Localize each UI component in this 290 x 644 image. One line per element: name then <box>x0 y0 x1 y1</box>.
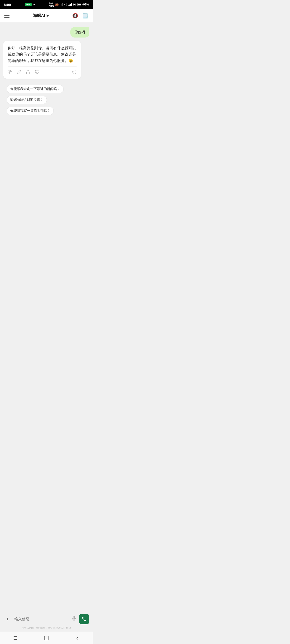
save-button[interactable]: 🗒️ <box>82 12 88 19</box>
ai-message-text: 你好！很高兴见到你。请问有什么我可以帮助你的吗？无论是需要信息、建议还是简单的聊… <box>8 45 77 64</box>
data-speed: 13.0KB/s <box>49 2 54 7</box>
soul-app-icon: Soul <box>25 3 32 6</box>
suggestion-chip-2[interactable]: 海螺AI能识别图片吗？ <box>7 96 47 104</box>
suggestion-chip-1[interactable]: 你能帮我查询一下最近的新闻吗？ <box>7 85 64 93</box>
user-bubble: 你好呀 <box>70 27 89 38</box>
chat-title: 海螺AI <box>33 13 45 18</box>
status-bar: 8:09 Soul ··· 13.0KB/s 🔕 4G 5G 99% <box>0 0 93 9</box>
4g-label: 4G <box>64 3 67 6</box>
ai-card: 你好！很高兴见到你。请问有什么我可以帮助你的吗？无论是需要信息、建议还是简单的聊… <box>3 41 81 78</box>
more-apps-icon: ··· <box>33 3 35 6</box>
dislike-icon[interactable] <box>35 70 40 76</box>
status-icons: Soul ··· <box>25 3 35 6</box>
header-left[interactable] <box>4 14 10 18</box>
ai-message-row: 你好！很高兴见到你。请问有什么我可以帮助你的吗？无论是需要信息、建议还是简单的聊… <box>3 41 89 78</box>
5g-signal <box>69 3 72 6</box>
battery-percent: 99% <box>83 3 89 6</box>
chat-area: 你好呀 你好！很高兴见到你。请问有什么我可以帮助你的吗？无论是需要信息、建议还是… <box>0 22 93 165</box>
mute-icon: 🔕 <box>55 3 59 6</box>
svg-marker-2 <box>72 71 74 74</box>
play-icon[interactable] <box>47 14 49 17</box>
header-center: 海螺AI <box>33 13 49 18</box>
5g-label: 5G <box>73 3 76 6</box>
ai-actions-row <box>8 69 77 76</box>
header-right: 🔇 🗒️ <box>72 12 88 19</box>
battery-icon <box>77 3 82 6</box>
status-left: 8:09 <box>4 2 11 7</box>
user-message-row: 你好呀 <box>3 27 89 38</box>
copy-icon[interactable] <box>8 70 12 76</box>
mute-button[interactable]: 🔇 <box>72 13 78 18</box>
suggestions-area: 你能帮我查询一下最近的新闻吗？ 海螺AI能识别图片吗？ 你能帮我写一首藏头诗吗？ <box>3 82 89 115</box>
tts-icon[interactable] <box>72 70 77 76</box>
hamburger-menu[interactable] <box>4 14 10 18</box>
edit-icon[interactable] <box>17 70 22 76</box>
status-time: 8:09 <box>4 2 11 7</box>
suggestion-chip-3[interactable]: 你能帮我写一首藏头诗吗？ <box>7 106 54 115</box>
header: 海螺AI 🔇 🗒️ <box>0 9 93 22</box>
share-icon[interactable] <box>26 70 31 76</box>
svg-rect-0 <box>10 72 12 74</box>
status-right: 13.0KB/s 🔕 4G 5G 99% <box>49 2 89 7</box>
4g-signal <box>60 3 63 6</box>
ai-card-divider <box>8 66 77 66</box>
